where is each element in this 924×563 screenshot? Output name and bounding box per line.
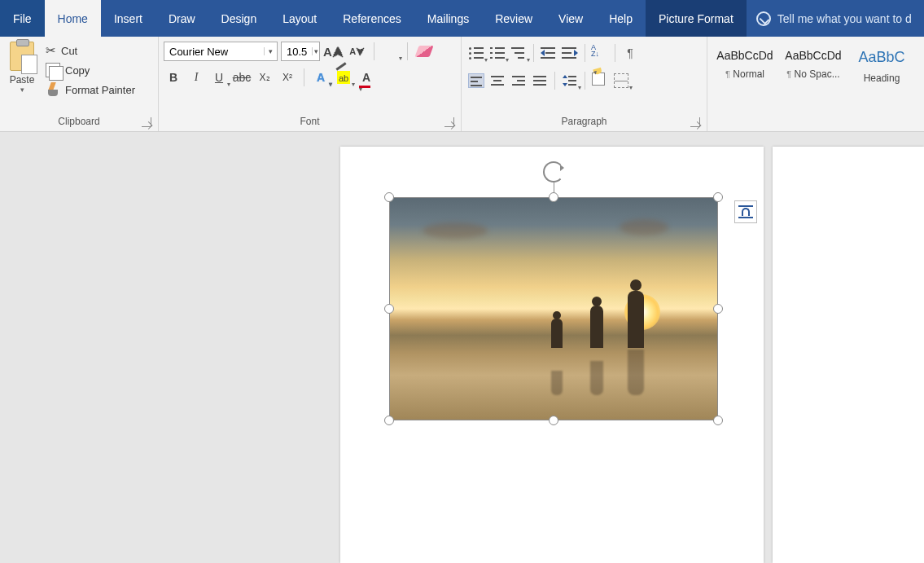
- tell-me-search[interactable]: Tell me what you want to d: [747, 0, 924, 37]
- tab-layout[interactable]: Layout: [269, 0, 330, 37]
- subscript-button[interactable]: X: [255, 68, 274, 87]
- tab-review[interactable]: Review: [482, 0, 545, 37]
- group-paragraph: Paragraph: [462, 37, 707, 131]
- style-no-spacing[interactable]: AaBbCcDd ¶ No Spac...: [781, 43, 846, 95]
- justify-icon: [532, 73, 548, 88]
- shading-button[interactable]: [590, 71, 610, 90]
- tab-insert[interactable]: Insert: [101, 0, 155, 37]
- style-heading1[interactable]: AaBbC Heading: [849, 43, 914, 95]
- paste-dropdown-caret[interactable]: ▾: [5, 86, 39, 94]
- clear-formatting-button[interactable]: [414, 42, 434, 61]
- align-center-button[interactable]: [488, 71, 507, 90]
- decrease-indent-button[interactable]: [539, 43, 558, 63]
- separator: [533, 44, 534, 62]
- align-left-icon: [468, 73, 484, 88]
- change-case-button[interactable]: [381, 42, 401, 61]
- ribbon: Paste ▾ Cut Copy Format Painter Clipbo: [0, 37, 924, 132]
- italic-button[interactable]: I: [186, 68, 206, 87]
- justify-button[interactable]: [530, 71, 550, 90]
- resize-handle-e[interactable]: [713, 304, 723, 314]
- group-clipboard: Paste ▾ Cut Copy Format Painter Clipbo: [0, 37, 159, 131]
- text-effects-button[interactable]: A: [311, 68, 331, 87]
- bullets-icon: [468, 46, 484, 60]
- grow-font-button[interactable]: A⮝: [323, 42, 344, 61]
- paragraph-dialog-launcher[interactable]: [690, 117, 700, 127]
- font-size-combo[interactable]: 10.5 ▾: [281, 42, 320, 61]
- borders-button[interactable]: [611, 71, 631, 90]
- resize-handle-w[interactable]: [384, 304, 394, 314]
- tab-file[interactable]: File: [0, 0, 45, 37]
- brush-icon: [46, 82, 60, 97]
- layout-options-icon: [738, 205, 753, 218]
- reflection: [590, 361, 603, 395]
- clipboard-icon: [10, 42, 34, 71]
- tab-draw[interactable]: Draw: [155, 0, 208, 37]
- page-2[interactable]: [773, 147, 924, 563]
- numbering-button[interactable]: [488, 43, 507, 63]
- tab-design[interactable]: Design: [208, 0, 270, 37]
- sort-button[interactable]: [590, 43, 610, 63]
- clipboard-dialog-launcher[interactable]: [142, 117, 151, 127]
- cloud-shape: [423, 222, 488, 239]
- increase-indent-icon: [562, 46, 578, 60]
- font-size-value: 10.5: [282, 46, 312, 58]
- increase-indent-button[interactable]: [560, 43, 580, 63]
- align-right-button[interactable]: [509, 71, 528, 90]
- font-name-combo[interactable]: Courier New ▾: [164, 42, 278, 61]
- document-area[interactable]: [0, 132, 924, 563]
- line-spacing-button[interactable]: [560, 71, 580, 90]
- font-size-caret[interactable]: ▾: [312, 47, 319, 55]
- tab-picture-format[interactable]: Picture Format: [646, 0, 747, 37]
- bullets-button[interactable]: [466, 43, 486, 63]
- separator: [585, 44, 585, 62]
- format-painter-label: Format Painter: [65, 84, 135, 96]
- font-dialog-launcher[interactable]: [444, 117, 454, 127]
- resize-handle-nw[interactable]: [384, 192, 394, 202]
- layout-options-button[interactable]: [734, 200, 757, 223]
- cut-button[interactable]: Cut: [46, 43, 135, 58]
- style-sample: AaBbC: [852, 49, 912, 66]
- rotate-handle[interactable]: [543, 161, 564, 183]
- resize-handle-ne[interactable]: [713, 192, 723, 202]
- multilevel-list-button[interactable]: [509, 43, 528, 63]
- cut-label: Cut: [61, 45, 77, 57]
- reflection: [551, 371, 563, 395]
- style-normal-label: Normal: [733, 68, 764, 80]
- font-name-caret[interactable]: ▾: [264, 47, 277, 55]
- resize-handle-n[interactable]: [549, 192, 558, 202]
- tab-help[interactable]: Help: [596, 0, 646, 37]
- copy-icon: [46, 63, 60, 77]
- numbering-icon: [489, 46, 506, 60]
- line-spacing-icon: [562, 73, 578, 88]
- resize-handle-se[interactable]: [713, 416, 723, 425]
- strikethrough-button[interactable]: abc: [232, 68, 252, 87]
- copy-button[interactable]: Copy: [46, 63, 135, 77]
- style-heading1-label: Heading: [864, 73, 900, 84]
- underline-button[interactable]: U: [209, 68, 229, 87]
- resize-handle-sw[interactable]: [384, 416, 394, 425]
- style-nospacing-label: No Spac...: [795, 68, 840, 80]
- tab-references[interactable]: References: [330, 0, 414, 37]
- picture-content[interactable]: [389, 197, 718, 420]
- group-styles: AaBbCcDd ¶ Normal AaBbCcDd ¶ No Spac... …: [707, 37, 924, 131]
- align-left-button[interactable]: [466, 71, 486, 90]
- style-sample: AaBbCcDd: [715, 49, 775, 62]
- tab-mailings[interactable]: Mailings: [414, 0, 482, 37]
- align-right-icon: [510, 73, 527, 88]
- bold-button[interactable]: B: [164, 68, 183, 87]
- show-marks-button[interactable]: [620, 43, 640, 63]
- shrink-font-button[interactable]: A⮟: [348, 42, 367, 61]
- decrease-indent-icon: [541, 46, 557, 60]
- separator: [407, 42, 408, 60]
- resize-handle-s[interactable]: [549, 416, 558, 425]
- reflection: [628, 350, 644, 395]
- superscript-button[interactable]: X: [278, 68, 297, 87]
- format-painter-button[interactable]: Format Painter: [46, 82, 135, 97]
- tab-view[interactable]: View: [545, 0, 596, 37]
- paste-button[interactable]: Paste ▾: [5, 40, 39, 94]
- tab-home[interactable]: Home: [45, 0, 101, 37]
- selected-picture[interactable]: [389, 197, 718, 420]
- highlight-button[interactable]: [334, 68, 353, 87]
- font-color-button[interactable]: [357, 68, 376, 87]
- style-normal[interactable]: AaBbCcDd ¶ Normal: [712, 43, 777, 95]
